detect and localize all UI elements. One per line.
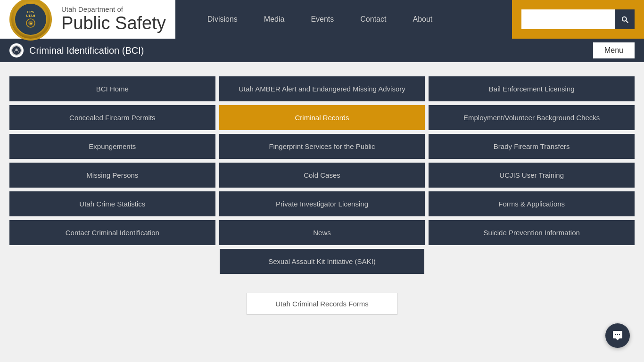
svg-point-6 [619, 334, 620, 335]
search-icon [620, 15, 629, 24]
section-title: Criminal Identification (BCI) [29, 45, 593, 56]
btn-expungements[interactable]: Expungements [9, 134, 215, 159]
logo-area: DPSUTAH ★ Utah Department of Public Safe… [0, 0, 175, 39]
nav-events[interactable]: Events [297, 0, 347, 39]
chat-icon [612, 330, 623, 341]
btn-background-checks[interactable]: Employment/Volunteer Background Checks [429, 105, 635, 130]
btn-cold-cases[interactable]: Cold Cases [219, 163, 425, 188]
site-title: Utah Department of Public Safety [52, 5, 166, 33]
logo-seal-icon: ★ [25, 18, 36, 28]
svg-point-5 [617, 334, 618, 335]
btn-amber-alert[interactable]: Utah AMBER Alert and Endangered Missing … [219, 76, 425, 101]
search-box [521, 9, 635, 29]
btn-ucjis-training[interactable]: UCJIS User Training [429, 163, 635, 188]
btn-missing-persons[interactable]: Missing Persons [9, 163, 215, 188]
btn-saki[interactable]: Sexual Assault Kit Initiative (SAKI) [220, 249, 424, 274]
grid-row-6: Contact Criminal Identification News Sui… [9, 220, 635, 245]
btn-forms-applications[interactable]: Forms & Applications [429, 191, 635, 216]
btn-private-investigator[interactable]: Private Investigator Licensing [219, 191, 425, 216]
btn-brady-firearm[interactable]: Brady Firearm Transfers [429, 134, 635, 159]
btn-criminal-records[interactable]: Criminal Records [219, 105, 425, 130]
nav-links: Divisions Media Events Contact About [175, 0, 446, 39]
grid-row-3: Expungements Fingerprint Services for th… [9, 134, 635, 159]
logo-text: DPSUTAH [26, 10, 35, 18]
nav-divisions[interactable]: Divisions [194, 0, 251, 39]
btn-utah-crime-stats[interactable]: Utah Crime Statistics [9, 191, 215, 216]
svg-point-4 [615, 334, 616, 335]
search-input[interactable] [521, 9, 615, 29]
nav-media[interactable]: Media [251, 0, 298, 39]
btn-concealed-firearm[interactable]: Concealed Firearm Permits [9, 105, 215, 130]
btn-fingerprint-services[interactable]: Fingerprint Services for the Public [219, 134, 425, 159]
grid-container: BCI Home Utah AMBER Alert and Endangered… [0, 62, 644, 283]
bci-icon [14, 48, 19, 53]
menu-button[interactable]: Menu [593, 42, 635, 58]
grid-row-1: BCI Home Utah AMBER Alert and Endangered… [9, 76, 635, 101]
grid-row-5: Utah Crime Statistics Private Investigat… [9, 191, 635, 216]
chat-bubble[interactable] [605, 323, 630, 348]
search-button[interactable] [615, 9, 635, 29]
btn-suicide-prevention[interactable]: Suicide Prevention Information [429, 220, 635, 245]
main-nav: Divisions Media Events Contact About [175, 0, 644, 39]
section-icon [9, 43, 24, 58]
grid-row-extra: Sexual Assault Kit Initiative (SAKI) [9, 249, 635, 274]
site-main-title: Public Safety [61, 13, 166, 33]
footer-link-button[interactable]: Utah Criminal Records Forms [247, 293, 397, 315]
btn-news[interactable]: News [219, 220, 425, 245]
site-logo[interactable]: DPSUTAH ★ [9, 0, 52, 41]
nav-contact[interactable]: Contact [347, 0, 399, 39]
section-icon-inner [11, 45, 22, 56]
nav-about[interactable]: About [399, 0, 446, 39]
btn-bci-home[interactable]: BCI Home [9, 76, 215, 101]
btn-bail-enforcement[interactable]: Bail Enforcement Licensing [429, 76, 635, 101]
section-bar: Criminal Identification (BCI) Menu [0, 39, 644, 62]
footer-link-area: Utah Criminal Records Forms [0, 283, 644, 324]
btn-contact-bci[interactable]: Contact Criminal Identification [9, 220, 215, 245]
search-area [512, 0, 644, 39]
grid-row-2: Concealed Firearm Permits Criminal Recor… [9, 105, 635, 130]
site-subtitle: Utah Department of [61, 5, 166, 13]
grid-row-4: Missing Persons Cold Cases UCJIS User Tr… [9, 163, 635, 188]
